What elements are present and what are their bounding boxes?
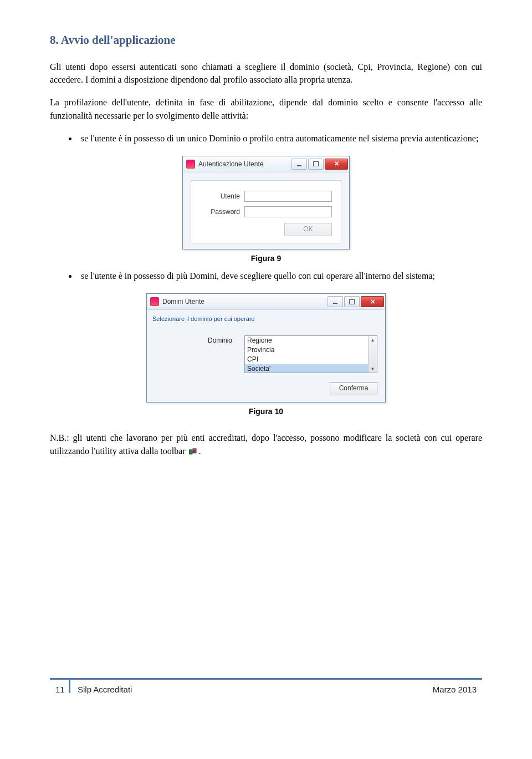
section-heading: 8. Avvio dell'applicazione <box>50 33 482 47</box>
auth-dialog-title: Autenticazione Utente <box>198 160 288 168</box>
domain-instruction: Selezionare il dominio per cui operare <box>147 310 385 324</box>
domain-dialog-titlebar: Domini Utente <box>147 294 385 310</box>
user-label: Utente <box>200 192 240 200</box>
bullet-item-2: se l'utente è in possesso di più Domini,… <box>78 269 482 282</box>
listbox-scrollbar[interactable]: ▲ ▼ <box>368 336 377 373</box>
figure-10: Domini Utente Selezionare il dominio per… <box>50 293 482 416</box>
footer-rule <box>50 678 482 680</box>
scroll-down-icon[interactable]: ▼ <box>369 365 377 373</box>
auth-dialog-titlebar: Autenticazione Utente <box>183 156 349 172</box>
scroll-up-icon[interactable]: ▲ <box>369 336 377 344</box>
note-suffix: . <box>199 446 201 456</box>
app-icon <box>186 160 195 169</box>
paragraph-2: La profilazione dell'utente, definita in… <box>50 96 482 121</box>
domain-dialog: Domini Utente Selezionare il dominio per… <box>146 293 386 403</box>
domain-option-selected[interactable]: Societa' <box>245 364 377 373</box>
minimize-button[interactable] <box>328 296 343 307</box>
close-button[interactable] <box>325 159 348 170</box>
domain-dialog-title: Domini Utente <box>162 298 324 305</box>
figure-10-caption: Figura 10 <box>50 407 482 416</box>
password-label: Password <box>200 208 240 216</box>
app-icon <box>150 297 159 306</box>
password-input[interactable] <box>244 206 332 217</box>
auth-dialog: Autenticazione Utente Utente Password <box>182 156 350 249</box>
domain-label: Dominio <box>155 335 232 344</box>
domain-option[interactable]: Provincia <box>245 345 377 355</box>
minimize-button[interactable] <box>291 159 307 170</box>
figure-9: Autenticazione Utente Utente Password <box>50 156 482 263</box>
bullet-item-1: se l'utente è in possesso di un unico Do… <box>78 132 482 145</box>
footer-doc-title: Silp Accreditati <box>78 685 132 694</box>
close-button[interactable] <box>361 296 384 307</box>
maximize-button[interactable] <box>344 296 360 307</box>
paragraph-1: Gli utenti dopo essersi autenticati sono… <box>50 60 482 86</box>
footer-page-number: 11 <box>55 685 65 694</box>
domain-option[interactable]: Regione <box>245 336 377 345</box>
domain-option[interactable]: CPI <box>245 355 377 364</box>
note-paragraph: N.B.: gli utenti che lavorano per più en… <box>50 431 482 458</box>
figure-9-caption: Figura 9 <box>50 254 482 263</box>
domain-listbox[interactable]: Regione Provincia CPI Societa' ▲ ▼ <box>244 335 377 373</box>
footer-date: Marzo 2013 <box>433 685 477 694</box>
maximize-button[interactable] <box>308 159 324 170</box>
confirm-button[interactable]: Conferma <box>330 382 377 395</box>
user-input[interactable] <box>244 191 332 202</box>
toolbar-switch-icon <box>189 448 198 456</box>
note-text: N.B.: gli utenti che lavorano per più en… <box>50 433 482 456</box>
ok-button[interactable]: OK <box>284 223 332 236</box>
